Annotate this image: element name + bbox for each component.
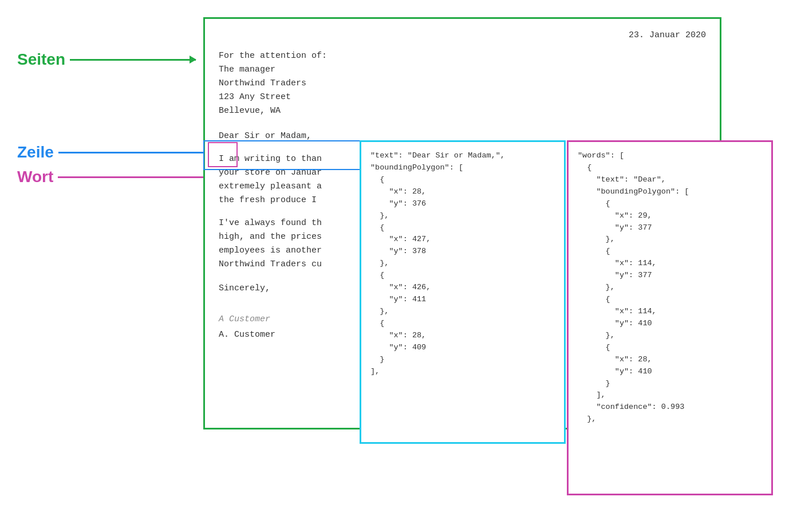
seiten-label: Seiten: [17, 50, 196, 69]
wort-label: Wort: [17, 168, 226, 186]
document-signature-print: A. Customer: [219, 330, 275, 340]
zeile-arrow: [58, 152, 222, 153]
zeile-text: Zeile: [17, 143, 54, 161]
zeile-label: Zeile: [17, 143, 222, 161]
document-date: 23. Januar 2020: [219, 30, 706, 40]
json-word-content: "words": [ { "text": "Dear", "boundingPo…: [578, 151, 689, 423]
wort-text: Wort: [17, 168, 53, 186]
seiten-arrow: [70, 59, 196, 61]
seiten-text: Seiten: [17, 50, 65, 69]
wort-arrow: [58, 176, 226, 178]
json-line-panel: "text": "Dear Sir or Madam,","boundingPo…: [360, 140, 566, 444]
json-word-panel: "words": [ { "text": "Dear", "boundingPo…: [567, 140, 773, 495]
document-address: For the attention of: The manager Northw…: [219, 49, 706, 118]
document-signature-cursive: A Customer: [219, 314, 270, 324]
json-line-content: "text": "Dear Sir or Madam,","boundingPo…: [370, 151, 505, 376]
